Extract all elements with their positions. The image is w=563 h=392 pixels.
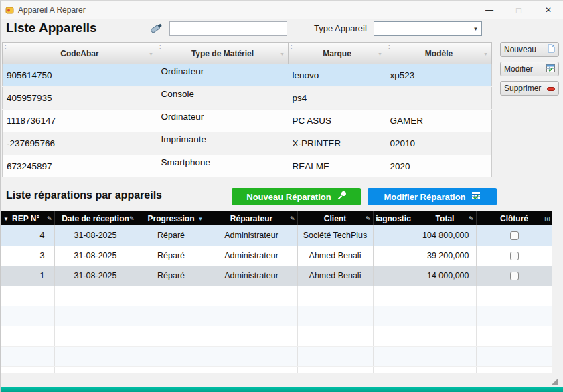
appareils-cell[interactable]: REALME xyxy=(289,155,386,178)
appareils-cell[interactable]: Ordinateur xyxy=(157,110,289,132)
appareils-cell[interactable] xyxy=(386,87,492,110)
cloture-checkbox[interactable] xyxy=(510,272,519,280)
pencil-icon[interactable]: ✎ xyxy=(47,215,52,222)
appareils-cell[interactable]: PC ASUS xyxy=(289,110,386,132)
repairs-cell[interactable]: Administrateur xyxy=(206,246,297,266)
filter-funnel-icon[interactable]: ▼ xyxy=(149,51,153,56)
appareils-cell[interactable]: 905614750 xyxy=(3,64,157,87)
repairs-cell[interactable] xyxy=(373,225,414,246)
repairs-cell[interactable]: Réparé xyxy=(137,246,206,266)
appareils-table-row[interactable]: -237695766ImprimanteX-PRINTER02010 xyxy=(3,132,492,155)
repairs-cell[interactable] xyxy=(476,266,552,286)
repairs-cell[interactable] xyxy=(476,225,552,246)
pencil-icon[interactable]: ✎ xyxy=(129,215,135,222)
grid-icon[interactable]: ⊞ xyxy=(544,215,550,222)
filter-funnel-icon[interactable]: ▼ xyxy=(3,215,9,221)
statusbar xyxy=(1,387,563,392)
repairs-column-header[interactable]: iagnostic▼ xyxy=(373,211,414,225)
nouveau-reparation-button[interactable]: Nouveau Réparation xyxy=(232,188,361,205)
repairs-cell[interactable]: Réparé xyxy=(137,266,206,286)
repairs-column-header[interactable]: Total✎ xyxy=(414,211,476,225)
nouveau-button[interactable]: Nouveau xyxy=(500,42,559,57)
repairs-column-header[interactable]: ▼REP N°✎ xyxy=(1,211,54,225)
resize-grip[interactable] xyxy=(552,378,558,385)
appareils-cell[interactable]: X-PRINTER xyxy=(289,132,386,155)
filter-funnel-icon[interactable]: ▼ xyxy=(198,215,204,221)
repairs-cell[interactable]: Administrateur xyxy=(206,266,297,286)
repairs-cell[interactable]: 104 800,000 xyxy=(414,225,476,246)
repairs-column-header[interactable]: Client✎ xyxy=(297,211,373,225)
appareils-cell[interactable]: 2020 xyxy=(386,155,492,178)
repairs-column-header[interactable]: Date de réception✎ xyxy=(54,211,137,225)
maximize-button[interactable]: □ xyxy=(504,1,534,19)
filter-funnel-icon[interactable]: ▼ xyxy=(375,215,380,221)
modifier-reparation-button[interactable]: Modifier Réparation xyxy=(368,188,497,205)
filter-funnel-icon[interactable]: ▼ xyxy=(280,51,285,56)
repairs-cell[interactable]: 39 200,000 xyxy=(414,246,476,266)
repairs-table-row[interactable]: 331-08-2025RéparéAdministrateurAhmed Ben… xyxy=(1,246,552,266)
appareils-table-row[interactable]: 1118736147OrdinateurPC ASUSGAMER xyxy=(3,110,492,132)
repairs-cell[interactable]: 1 xyxy=(1,266,54,286)
appareils-cell[interactable]: Smartphone xyxy=(157,155,289,178)
appareils-cell[interactable]: 405957935 xyxy=(3,87,157,110)
appareils-cell[interactable]: -237695766 xyxy=(3,132,157,155)
appareils-table-row[interactable]: 905614750Ordinateurlenovoxp523 xyxy=(3,64,492,87)
repairs-cell[interactable]: Réparé xyxy=(137,225,206,246)
minimize-button[interactable]: — xyxy=(475,1,504,19)
column-header-label: Marque xyxy=(323,49,351,58)
repairs-cell[interactable]: Ahmed Benali xyxy=(297,266,373,286)
supprimer-button[interactable]: Supprimer xyxy=(500,81,559,96)
repairs-cell[interactable]: 3 xyxy=(1,246,54,266)
appareils-cell[interactable]: Console xyxy=(157,87,289,110)
appareils-cell[interactable]: GAMER xyxy=(386,110,492,132)
repairs-table-row[interactable]: 431-08-2025RéparéAdministrateurSociété T… xyxy=(1,225,552,246)
modifier-button[interactable]: Modifier xyxy=(500,62,559,76)
repairs-cell[interactable] xyxy=(373,246,414,266)
cloture-checkbox[interactable] xyxy=(510,231,519,240)
search-input[interactable] xyxy=(169,21,287,36)
cloture-checkbox[interactable] xyxy=(510,252,519,260)
pencil-icon[interactable]: ✎ xyxy=(366,215,371,222)
appareils-cell[interactable]: Imprimante xyxy=(157,132,289,155)
repairs-cell[interactable]: Ahmed Benali xyxy=(297,246,373,266)
repairs-column-header[interactable]: Réparateur✎ xyxy=(206,211,297,225)
appareils-cell[interactable]: 02010 xyxy=(386,132,492,155)
repairs-cell[interactable]: 31-08-2025 xyxy=(54,225,137,246)
appareils-column-header[interactable]: :Marque▼ xyxy=(289,43,386,64)
appareils-cell[interactable]: xp523 xyxy=(386,64,492,87)
repairs-column-header[interactable]: Progression▼ xyxy=(137,211,206,225)
repairs-cell[interactable]: Société TechPlus xyxy=(297,225,373,246)
appareils-cell[interactable]: lenovo xyxy=(289,64,386,87)
appareils-column-header[interactable]: :Modèle▼ xyxy=(386,43,492,64)
type-appareil-label: Type Appareil xyxy=(314,23,367,33)
close-button[interactable]: ✕ xyxy=(534,1,563,19)
pencil-icon[interactable]: ✎ xyxy=(290,215,295,222)
appareils-column-header[interactable]: :CodeAbar▼ xyxy=(3,43,157,64)
pencil-icon[interactable]: ✎ xyxy=(469,215,474,222)
repairs-cell[interactable]: 4 xyxy=(1,225,54,246)
type-appareil-select[interactable]: ▼ xyxy=(374,21,482,36)
appareils-cell[interactable]: Ordinateur xyxy=(157,64,289,87)
repairs-cell[interactable]: 14 000,000 xyxy=(414,266,476,286)
appareils-table-row[interactable]: 405957935Consoleps4 xyxy=(3,87,492,110)
repairs-cell[interactable] xyxy=(476,246,552,266)
repairs-table-row[interactable]: 131-08-2025RéparéAdministrateurAhmed Ben… xyxy=(1,266,552,286)
appareils-table-row[interactable]: 673245897SmartphoneREALME2020 xyxy=(3,155,492,178)
repairs-empty-row xyxy=(1,306,552,326)
appareils-cell[interactable]: ps4 xyxy=(289,87,386,110)
nouveau-reparation-label: Nouveau Réparation xyxy=(246,192,331,202)
repairs-cell[interactable]: 31-08-2025 xyxy=(54,266,137,286)
repairs-empty-cell xyxy=(476,326,552,346)
repairs-cell[interactable]: 31-08-2025 xyxy=(54,246,137,266)
modifier-button-label: Modifier xyxy=(504,64,533,74)
appareils-cell[interactable]: 1118736147 xyxy=(3,110,157,132)
repairs-cell[interactable] xyxy=(373,266,414,286)
filter-funnel-icon[interactable]: ▼ xyxy=(483,51,488,56)
repairs-empty-cell xyxy=(206,306,297,326)
filter-funnel-icon[interactable]: ▼ xyxy=(378,51,382,56)
appareils-cell[interactable]: 673245897 xyxy=(3,155,157,178)
appareils-column-header[interactable]: :Type de Matériel▼ xyxy=(157,43,289,64)
repairs-empty-cell xyxy=(1,286,54,306)
repairs-cell[interactable]: Administrateur xyxy=(206,225,297,246)
repairs-column-header[interactable]: Clôturé⊞ xyxy=(476,211,552,225)
